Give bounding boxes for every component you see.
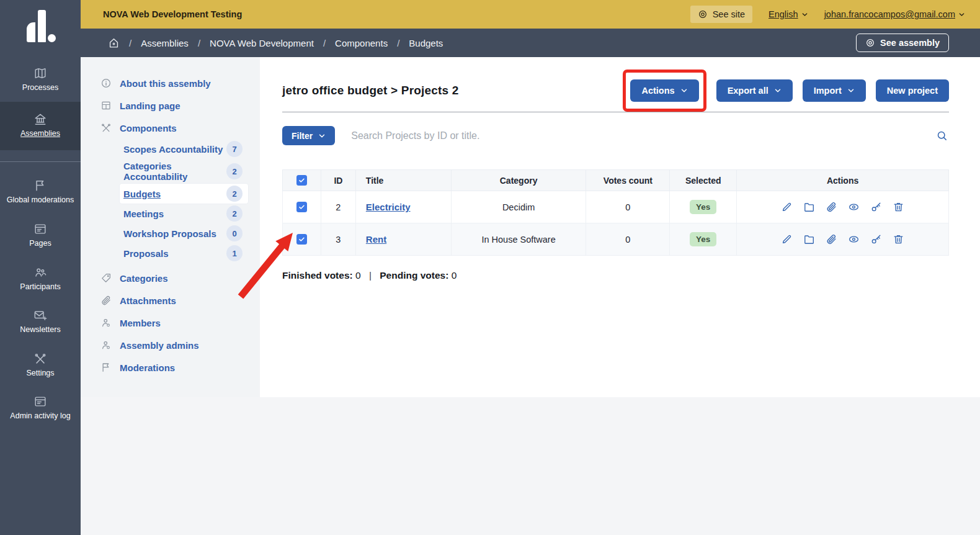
folder-icon[interactable]: [803, 233, 815, 245]
row-actions: [737, 233, 948, 245]
search-button[interactable]: [935, 128, 949, 143]
sidebar-item-newsletters[interactable]: Newsletters: [0, 300, 81, 344]
sidebar-item-label: Assemblies: [20, 129, 60, 139]
projects-table: ID Title Category Votes count Selected A…: [282, 169, 949, 256]
sidebar-item-pages[interactable]: Pages: [0, 214, 81, 258]
subnav-component-budgets[interactable]: Budgets 2: [120, 184, 248, 204]
sidebar-item-assemblies[interactable]: Assemblies: [0, 102, 81, 151]
breadcrumb-item-assemblies[interactable]: Assemblies: [141, 38, 189, 48]
breadcrumb-item-budgets[interactable]: Budgets: [409, 38, 443, 48]
trash-icon[interactable]: [893, 233, 904, 245]
breadcrumb-item-components[interactable]: Components: [335, 38, 388, 48]
cell-category: Decidim: [451, 191, 586, 223]
pencil-icon[interactable]: [781, 233, 793, 245]
subnav-attachments[interactable]: Attachments: [81, 289, 260, 312]
subnav-about-assembly[interactable]: About this assembly: [81, 72, 260, 94]
person-gear-icon: [100, 339, 112, 351]
filter-button[interactable]: Filter: [282, 126, 335, 145]
column-header-selected: Selected: [670, 170, 737, 191]
project-title-link[interactable]: Rent: [366, 234, 386, 245]
chevron-down-icon: [958, 11, 965, 18]
subnav-label: Categories: [120, 273, 168, 284]
new-project-button[interactable]: New project: [876, 79, 949, 102]
actions-button[interactable]: Actions: [630, 79, 698, 102]
pencil-icon[interactable]: [781, 201, 793, 213]
select-all-checkbox[interactable]: [296, 175, 307, 186]
eye-icon[interactable]: [848, 233, 860, 245]
check-icon: [298, 236, 305, 243]
sidebar-item-label: Processes: [22, 83, 58, 93]
see-site-link[interactable]: See site: [690, 6, 752, 23]
header-divider: [282, 112, 949, 112]
search-input[interactable]: [351, 130, 922, 142]
component-label: Categories Accountability: [123, 161, 226, 182]
eye-icon[interactable]: [848, 201, 860, 213]
chevron-down-icon: [774, 87, 782, 94]
component-label: Scopes Accountability: [123, 144, 223, 155]
breadcrumb-item-assembly[interactable]: NOVA Web Development: [210, 38, 314, 48]
subnav-landing-page[interactable]: Landing page: [81, 94, 260, 117]
component-label: Workshop Proposals: [123, 228, 216, 239]
paperclip-icon[interactable]: [826, 201, 837, 213]
component-label: Budgets: [123, 189, 161, 199]
select-all-cell: [283, 170, 321, 191]
subnav-component-scopes-accountability[interactable]: Scopes Accountability 7: [120, 139, 248, 159]
paperclip-icon[interactable]: [826, 233, 837, 245]
row-checkbox[interactable]: [296, 234, 307, 245]
subnav-categories[interactable]: Categories: [81, 267, 260, 289]
body-row: About this assembly Landing page Compone…: [81, 57, 980, 535]
export-all-button[interactable]: Export all: [716, 79, 793, 102]
row-checkbox[interactable]: [296, 202, 307, 212]
column-header-votes: Votes count: [586, 170, 670, 191]
subnav-moderations[interactable]: Moderations: [81, 356, 260, 379]
folder-icon[interactable]: [803, 201, 815, 213]
subnav-assembly-admins[interactable]: Assembly admins: [81, 334, 260, 356]
trash-icon[interactable]: [893, 201, 904, 213]
sidebar-item-processes[interactable]: Processes: [0, 58, 81, 102]
flag-icon: [100, 362, 112, 373]
subnav-component-proposals[interactable]: Proposals 1: [120, 243, 248, 263]
check-icon: [298, 204, 305, 210]
see-site-label: See site: [713, 9, 745, 19]
component-count-badge: 2: [226, 186, 243, 202]
import-button[interactable]: Import: [803, 79, 866, 102]
page-header: jetro office budget > Projects 2 Actions…: [282, 70, 949, 112]
tools-icon: [33, 352, 47, 366]
component-label: Proposals: [123, 248, 169, 259]
layout-grid-icon: [100, 100, 112, 111]
column-header-actions: Actions: [737, 170, 949, 191]
project-title-link[interactable]: Electricity: [366, 202, 411, 212]
subnav-label: Members: [120, 318, 161, 328]
sidebar-item-label: Newsletters: [20, 325, 60, 335]
eye-icon: [698, 9, 708, 19]
topbar: NOVA Web Development Testing See site En…: [81, 0, 980, 29]
sidebar-item-participants[interactable]: Participants: [0, 258, 81, 301]
organization-name: NOVA Web Development Testing: [103, 9, 242, 19]
subnav-label: About this assembly: [120, 78, 211, 89]
flag-icon: [33, 179, 47, 192]
component-count-badge: 2: [226, 205, 243, 222]
subnav-components[interactable]: Components: [81, 117, 260, 139]
language-selector[interactable]: English: [768, 9, 808, 19]
key-icon[interactable]: [870, 201, 882, 213]
cell-votes: 0: [586, 191, 670, 223]
subnav-label: Attachments: [120, 295, 176, 306]
breadcrumb-separator: /: [129, 38, 131, 48]
sidebar-item-label: Admin activity log: [10, 411, 70, 421]
subnav-component-workshop-proposals[interactable]: Workshop Proposals 0: [120, 223, 248, 243]
topbar-right: See site English johan.francocampos@gmai…: [690, 6, 965, 23]
see-assembly-button[interactable]: See assembly: [856, 34, 949, 52]
sidebar-item-settings[interactable]: Settings: [0, 344, 81, 387]
key-icon[interactable]: [870, 233, 882, 245]
subnav-component-meetings[interactable]: Meetings 2: [120, 204, 248, 223]
component-count-badge: 0: [226, 225, 243, 241]
page-title: jetro office budget > Projects 2: [282, 84, 459, 97]
subnav-members[interactable]: Members: [81, 312, 260, 334]
sidebar-item-global-moderations[interactable]: Global moderations: [0, 171, 81, 214]
sidebar-item-admin-activity-log[interactable]: Admin activity log: [0, 387, 81, 430]
user-menu[interactable]: johan.francocampos@gmail.com: [824, 9, 965, 19]
subnav-component-categories-accountability[interactable]: Categories Accountability 2: [120, 159, 248, 184]
breadcrumb-separator: /: [198, 38, 200, 48]
home-icon[interactable]: [108, 37, 120, 49]
cell-id: 2: [321, 191, 355, 223]
